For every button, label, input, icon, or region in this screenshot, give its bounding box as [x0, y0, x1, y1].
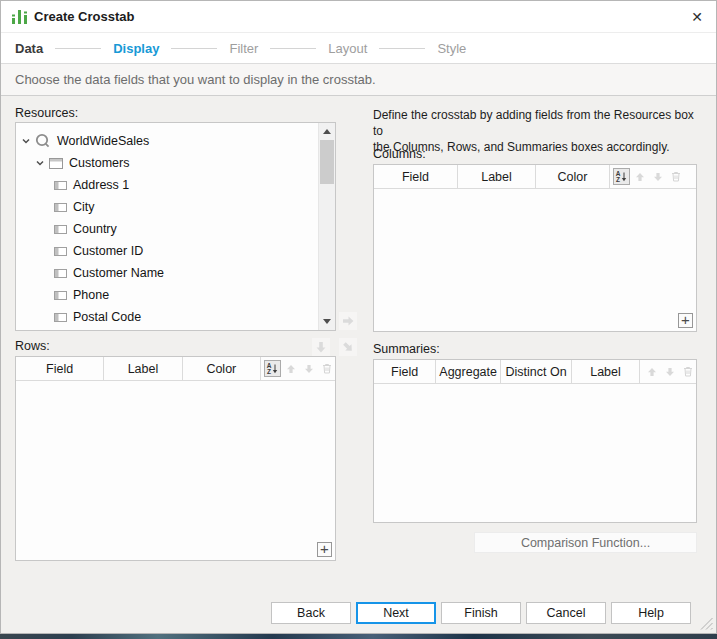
comparison-function-button[interactable]: Comparison Function... — [474, 532, 697, 553]
tree-item-customers[interactable]: Customers — [16, 152, 318, 174]
tree-item-customer-name[interactable]: Customer Name — [16, 262, 318, 284]
column-header-color: Color — [536, 165, 610, 188]
wizard-steps: Data Display Filter Layout Style — [1, 33, 716, 63]
query-icon — [35, 133, 51, 149]
tree-item-country[interactable]: Country — [16, 218, 318, 240]
tree-rows: WorldWideSales Customers Address 1 City — [16, 123, 318, 330]
step-filter[interactable]: Filter — [229, 41, 258, 56]
tree-item-label: WorldWideSales — [57, 134, 149, 148]
rows-table-header: Field Label Color AZ — [16, 357, 335, 381]
scrollbar-thumb[interactable] — [320, 140, 334, 184]
tree-item-worldwidesales[interactable]: WorldWideSales — [16, 130, 318, 152]
cancel-button[interactable]: Cancel — [526, 602, 606, 624]
rows-label: Rows: — [15, 339, 50, 353]
column-header-field: Field — [374, 360, 436, 383]
step-connector — [379, 48, 425, 49]
chevron-down-icon[interactable] — [21, 136, 31, 146]
column-header-label: Label — [572, 360, 640, 383]
field-icon — [54, 181, 67, 190]
tree-item-label: City — [73, 200, 95, 214]
move-down-button[interactable] — [300, 360, 317, 377]
step-style[interactable]: Style — [437, 41, 466, 56]
tree-item-address-1[interactable]: Address 1 — [16, 174, 318, 196]
column-header-distinct-on: Distinct On — [501, 360, 572, 383]
resources-tree: WorldWideSales Customers Address 1 City — [15, 122, 336, 331]
tree-item-city[interactable]: City — [16, 196, 318, 218]
columns-table-header: Field Label Color AZ — [374, 165, 696, 189]
close-icon[interactable]: ✕ — [686, 6, 708, 28]
tree-scrollbar[interactable] — [318, 123, 335, 330]
tree-item-label: Phone — [73, 288, 109, 302]
chevron-down-icon[interactable] — [35, 158, 45, 168]
dialog-title: Create Crosstab — [34, 1, 134, 33]
field-icon — [54, 203, 67, 212]
summaries-label: Summaries: — [373, 342, 440, 356]
tree-item-label: Customers — [69, 156, 129, 170]
tree-item-label: Country — [73, 222, 117, 236]
add-to-rows-button[interactable] — [312, 338, 330, 356]
delete-icon[interactable] — [667, 168, 684, 185]
column-header-color: Color — [183, 357, 261, 380]
scroll-up-icon[interactable] — [319, 123, 335, 140]
table-icon — [49, 158, 63, 169]
add-row-field-button[interactable]: + — [317, 542, 332, 557]
next-button[interactable]: Next — [356, 602, 436, 624]
summaries-table: Field Aggregate Distinct On Label — [373, 359, 697, 523]
field-icon — [54, 269, 67, 278]
delete-icon[interactable] — [679, 363, 696, 380]
title-bar: Create Crosstab ✕ — [1, 1, 716, 33]
step-connector — [55, 48, 101, 49]
summaries-table-header: Field Aggregate Distinct On Label — [374, 360, 696, 384]
tree-item-label: Postal Code — [73, 310, 141, 324]
tree-item-label: Customer Name — [73, 266, 164, 280]
field-icon — [54, 291, 67, 300]
tree-item-phone[interactable]: Phone — [16, 284, 318, 306]
step-data[interactable]: Data — [15, 41, 43, 56]
sort-az-button[interactable]: AZ — [264, 360, 281, 377]
step-connector — [171, 48, 217, 49]
field-icon — [54, 313, 67, 322]
add-to-columns-button[interactable] — [339, 312, 357, 330]
tree-item-label: Customer ID — [73, 244, 143, 258]
back-button[interactable]: Back — [271, 602, 351, 624]
resources-label: Resources: — [15, 106, 78, 120]
move-down-button[interactable] — [649, 168, 666, 185]
column-header-field: Field — [16, 357, 104, 380]
column-header-field: Field — [374, 165, 458, 188]
summaries-header-toolbar — [643, 360, 696, 383]
move-up-button[interactable] — [643, 363, 660, 380]
column-header-aggregate: Aggregate — [436, 360, 501, 383]
instruction-line1: Define the crosstab by adding fields fro… — [373, 107, 707, 139]
background-window-edge — [0, 634, 717, 639]
create-crosstab-dialog: Create Crosstab ✕ Data Display Filter La… — [0, 0, 717, 634]
delete-icon[interactable] — [318, 360, 335, 377]
help-button[interactable]: Help — [611, 602, 691, 624]
add-column-field-button[interactable]: + — [678, 313, 693, 328]
columns-table: Field Label Color AZ + — [373, 164, 697, 332]
sort-az-button[interactable]: AZ — [613, 168, 630, 185]
columns-label: Columns: — [373, 147, 426, 161]
field-icon — [54, 225, 67, 234]
add-to-summaries-button[interactable] — [339, 338, 357, 356]
step-connector — [270, 48, 316, 49]
tree-item-label: Address 1 — [73, 178, 129, 192]
column-header-label: Label — [104, 357, 182, 380]
tree-item-postal-code[interactable]: Postal Code — [16, 306, 318, 328]
step-layout[interactable]: Layout — [328, 41, 367, 56]
crosstab-app-icon — [11, 9, 28, 25]
field-icon — [54, 247, 67, 256]
finish-button[interactable]: Finish — [441, 602, 521, 624]
move-up-button[interactable] — [282, 360, 299, 377]
scroll-down-icon[interactable] — [319, 313, 335, 330]
screen: Create Crosstab ✕ Data Display Filter La… — [0, 0, 717, 639]
move-up-button[interactable] — [631, 168, 648, 185]
resize-grip[interactable] — [700, 617, 713, 630]
move-down-button[interactable] — [661, 363, 678, 380]
columns-header-toolbar: AZ — [613, 165, 684, 188]
step-description: Choose the data fields that you want to … — [1, 63, 716, 96]
column-header-label: Label — [458, 165, 536, 188]
rows-table: Field Label Color AZ + — [15, 356, 336, 561]
tree-item-customer-id[interactable]: Customer ID — [16, 240, 318, 262]
step-display[interactable]: Display — [113, 41, 159, 56]
rows-header-toolbar: AZ — [264, 357, 335, 380]
